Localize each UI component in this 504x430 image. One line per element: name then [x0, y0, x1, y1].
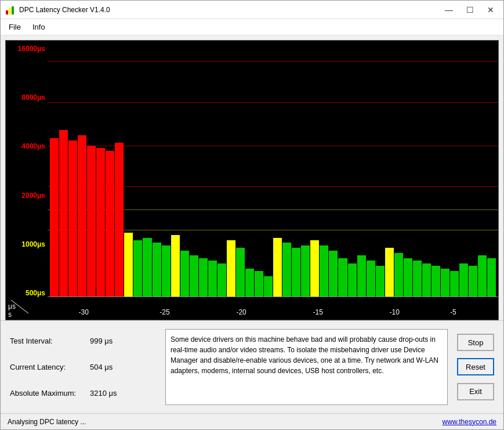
message-column: Some device drivers on this machine beha… [161, 326, 452, 409]
minimize-button[interactable]: — [441, 4, 457, 16]
x-label--10: -10 [390, 308, 400, 316]
bar-14 [180, 251, 189, 297]
y-label-1000: 1000μs [8, 241, 45, 248]
bar-40 [422, 263, 431, 297]
reset-button[interactable]: Reset [457, 358, 494, 375]
bar-42 [441, 269, 449, 297]
x-label--25: -25 [159, 308, 169, 316]
bar-25 [282, 243, 291, 297]
test-interval-row: Test Interval: 999 μs [10, 337, 161, 345]
bar-44 [459, 263, 468, 297]
bar-24 [273, 238, 282, 297]
x-label--5: -5 [450, 308, 456, 316]
bar-32 [348, 263, 357, 297]
app-icon [5, 5, 16, 15]
bar-45 [469, 266, 477, 297]
bar-6 [106, 151, 114, 297]
info-panel: Test Interval: 999 μs Current Latency: 5… [1, 320, 503, 413]
bar-36 [385, 248, 394, 297]
menu-bar: File Info [1, 19, 503, 35]
x-axis: μs s [48, 297, 498, 320]
close-button[interactable]: ✕ [483, 4, 499, 16]
bar-33 [357, 255, 366, 297]
x-label--20: -20 [236, 308, 246, 316]
bar-5 [96, 148, 105, 297]
bar-1 [59, 130, 68, 297]
current-latency-label: Current Latency: [10, 363, 85, 371]
y-label-8000: 8000μs [8, 94, 45, 101]
bar-chart [48, 41, 498, 297]
bar-23 [264, 276, 273, 297]
y-label-500: 500μs [8, 290, 45, 297]
stats-column: Test Interval: 999 μs Current Latency: 5… [10, 326, 161, 409]
bar-27 [301, 245, 310, 297]
svg-line-4 [11, 300, 28, 313]
y-label-16000: 16000μs [8, 45, 45, 52]
diagonal-axis [8, 299, 31, 317]
bar-8 [124, 233, 133, 297]
bar-26 [292, 248, 300, 297]
bar-22 [255, 271, 263, 297]
buttons-column: Stop Reset Exit [452, 326, 499, 409]
bar-47 [487, 258, 496, 297]
status-text: Analysing DPC latency ... [8, 418, 86, 426]
bar-12 [162, 245, 171, 297]
window-controls: — ☐ ✕ [441, 4, 499, 16]
stop-button[interactable]: Stop [457, 334, 494, 351]
bar-11 [153, 243, 161, 297]
test-interval-label: Test Interval: [10, 337, 85, 345]
bar-3 [78, 135, 86, 297]
website-link[interactable]: www.thesycon.de [443, 418, 496, 426]
svg-rect-3 [6, 10, 8, 15]
bar-16 [199, 258, 208, 297]
bar-19 [227, 240, 235, 297]
bar-15 [190, 255, 198, 297]
bar-20 [236, 248, 245, 297]
bar-31 [338, 258, 347, 297]
current-latency-value: 504 μs [90, 363, 113, 371]
y-axis-labels: 16000μs 8000μs 4000μs 2000μs 1000μs 500μ… [6, 41, 48, 320]
bar-41 [432, 266, 440, 297]
bar-43 [450, 271, 459, 297]
bar-9 [133, 240, 142, 297]
bar-29 [320, 245, 328, 297]
bar-46 [478, 255, 487, 297]
bar-38 [404, 258, 412, 297]
x-label--15: -15 [313, 308, 323, 316]
title-bar: DPC Latency Checker V1.4.0 — ☐ ✕ [1, 1, 503, 19]
bar-17 [208, 261, 217, 297]
menu-info[interactable]: Info [27, 20, 51, 34]
menu-file[interactable]: File [3, 20, 27, 34]
bar-28 [310, 240, 319, 297]
test-interval-value: 999 μs [90, 337, 113, 345]
message-box: Some device drivers on this machine beha… [165, 329, 448, 405]
exit-button[interactable]: Exit [457, 383, 494, 400]
bar-4 [87, 146, 96, 297]
absolute-maximum-value: 3210 μs [90, 389, 117, 398]
bar-10 [143, 238, 151, 297]
bar-39 [413, 261, 422, 297]
status-bar: Analysing DPC latency ... www.thesycon.d… [1, 413, 503, 429]
bar-2 [68, 140, 77, 297]
absolute-maximum-label: Absolute Maximum: [10, 389, 85, 398]
app-window: DPC Latency Checker V1.4.0 — ☐ ✕ File In… [0, 0, 504, 430]
chart-area: 16000μs 8000μs 4000μs 2000μs 1000μs 500μ… [5, 40, 499, 320]
y-label-4000: 4000μs [8, 143, 45, 150]
svg-rect-1 [9, 8, 11, 15]
bar-35 [376, 266, 385, 297]
bar-37 [394, 253, 403, 297]
x-label--30: -30 [78, 308, 88, 316]
current-latency-row: Current Latency: 504 μs [10, 363, 161, 371]
bar-18 [217, 263, 226, 297]
bars-area [48, 41, 498, 297]
window-title: DPC Latency Checker V1.4.0 [19, 6, 441, 14]
bar-7 [115, 143, 124, 297]
bar-34 [367, 261, 375, 297]
y-label-2000: 2000μs [8, 192, 45, 199]
bar-13 [171, 235, 180, 297]
bar-21 [245, 269, 254, 297]
bar-30 [329, 251, 338, 297]
maximize-button[interactable]: ☐ [462, 4, 478, 16]
svg-rect-2 [12, 6, 14, 15]
bar-0 [50, 138, 59, 297]
